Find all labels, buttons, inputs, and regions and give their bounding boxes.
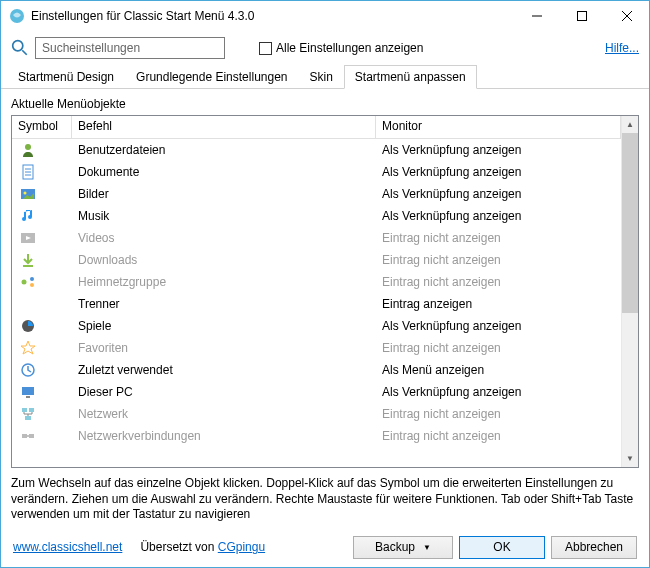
row-monitor: Als Verknüpfung anzeigen [376,185,621,203]
row-befehl: Dieser PC [72,383,376,401]
row-monitor: Als Verknüpfung anzeigen [376,383,621,401]
svg-point-13 [24,192,27,195]
picture-icon [20,186,36,202]
svg-line-6 [22,50,27,55]
row-icon-cell [12,184,72,204]
table-row[interactable]: SpieleAls Verknüpfung anzeigen [12,315,621,337]
row-icon-cell [12,426,72,446]
row-befehl: Netzwerkverbindungen [72,427,376,445]
row-icon-cell [12,360,72,380]
music-icon [20,208,36,224]
table-row[interactable]: MusikAls Verknüpfung anzeigen [12,205,621,227]
help-link[interactable]: Hilfe... [605,41,639,55]
col-header-monitor[interactable]: Monitor [376,116,621,138]
row-icon-cell [12,272,72,292]
close-button[interactable] [604,1,649,31]
row-monitor: Eintrag nicht anzeigen [376,251,621,269]
download-icon [20,252,36,268]
col-header-symbol[interactable]: Symbol [12,116,72,138]
row-befehl: Dokumente [72,163,376,181]
svg-rect-26 [22,434,27,438]
credit-text: Übersetzt von CGpingu [140,540,265,554]
row-icon-cell [12,382,72,402]
row-monitor: Als Menü anzeigen [376,361,621,379]
row-monitor: Als Verknüpfung anzeigen [376,141,621,159]
footer: www.classicshell.net Übersetzt von CGpin… [1,527,649,567]
col-header-befehl[interactable]: Befehl [72,116,376,138]
grid-header: Symbol Befehl Monitor [12,116,621,139]
svg-point-17 [30,277,34,281]
user-icon [20,142,36,158]
row-befehl: Bilder [72,185,376,203]
table-row[interactable]: DownloadsEintrag nicht anzeigen [12,249,621,271]
scroll-down-button[interactable]: ▼ [622,450,638,467]
table-row[interactable]: NetzwerkEintrag nicht anzeigen [12,403,621,425]
video-icon [20,230,36,246]
ok-button[interactable]: OK [459,536,545,559]
tabs: Startmenü Design Grundlegende Einstellun… [1,65,649,89]
titlebar: Einstellungen für Classic Start Menü 4.3… [1,1,649,31]
website-link[interactable]: www.classicshell.net [13,540,122,554]
minimize-button[interactable] [514,1,559,31]
row-befehl: Netzwerk [72,405,376,423]
table-row[interactable]: VideosEintrag nicht anzeigen [12,227,621,249]
chevron-down-icon: ▼ [423,543,431,552]
translator-link[interactable]: CGpingu [218,540,265,554]
show-all-checkbox-wrap[interactable]: Alle Einstellungen anzeigen [259,41,423,55]
table-row[interactable]: Zuletzt verwendetAls Menü anzeigen [12,359,621,381]
search-icon [11,39,29,57]
table-row[interactable]: NetzwerkverbindungenEintrag nicht anzeig… [12,425,621,447]
row-monitor: Eintrag nicht anzeigen [376,273,621,291]
maximize-button[interactable] [559,1,604,31]
svg-point-16 [22,280,27,285]
star-icon [20,340,36,356]
scroll-thumb[interactable] [622,133,638,313]
table-row[interactable]: BilderAls Verknüpfung anzeigen [12,183,621,205]
window-title: Einstellungen für Classic Start Menü 4.3… [31,9,514,23]
svg-rect-23 [22,408,27,412]
tab-startmenu-design[interactable]: Startmenü Design [7,65,125,88]
table-row[interactable]: TrennerEintrag anzeigen [12,293,621,315]
row-befehl: Spiele [72,317,376,335]
show-all-label: Alle Einstellungen anzeigen [276,41,423,55]
hint-text: Zum Wechseln auf das einzelne Objekt kli… [1,472,649,527]
section-title: Aktuelle Menüobjekte [11,97,639,111]
settings-window: Einstellungen für Classic Start Menü 4.3… [0,0,650,568]
row-befehl: Trenner [72,295,376,313]
row-monitor: Eintrag nicht anzeigen [376,339,621,357]
menu-items-grid: Symbol Befehl Monitor BenutzerdateienAls… [11,115,639,468]
scroll-track[interactable] [622,313,638,450]
svg-point-18 [30,283,34,287]
table-row[interactable]: HeimnetzgruppeEintrag nicht anzeigen [12,271,621,293]
app-icon [9,8,25,24]
row-icon-cell [12,338,72,358]
svg-rect-24 [29,408,34,412]
row-monitor: Als Verknüpfung anzeigen [376,163,621,181]
search-input[interactable] [35,37,225,59]
row-icon-cell [12,302,72,306]
row-icon-cell [12,140,72,160]
tab-skin[interactable]: Skin [299,65,344,88]
vertical-scrollbar[interactable]: ▲ ▼ [621,116,638,467]
table-row[interactable]: BenutzerdateienAls Verknüpfung anzeigen [12,139,621,161]
backup-button[interactable]: Backup▼ [353,536,453,559]
tab-customize-startmenu[interactable]: Startmenü anpassen [344,65,477,89]
scroll-up-button[interactable]: ▲ [622,116,638,133]
row-befehl: Benutzerdateien [72,141,376,159]
pc-icon [20,384,36,400]
tab-basic-settings[interactable]: Grundlegende Einstellungen [125,65,298,88]
svg-rect-27 [29,434,34,438]
row-icon-cell [12,404,72,424]
homegroup-icon [20,274,36,290]
cancel-button[interactable]: Abbrechen [551,536,637,559]
show-all-checkbox[interactable] [259,42,272,55]
table-row[interactable]: Dieser PCAls Verknüpfung anzeigen [12,381,621,403]
row-befehl: Favoriten [72,339,376,357]
toolbar: Alle Einstellungen anzeigen Hilfe... [1,31,649,65]
table-row[interactable]: DokumenteAls Verknüpfung anzeigen [12,161,621,183]
row-befehl: Downloads [72,251,376,269]
row-befehl: Videos [72,229,376,247]
row-monitor: Als Verknüpfung anzeigen [376,317,621,335]
table-row[interactable]: FavoritenEintrag nicht anzeigen [12,337,621,359]
row-monitor: Eintrag nicht anzeigen [376,229,621,247]
